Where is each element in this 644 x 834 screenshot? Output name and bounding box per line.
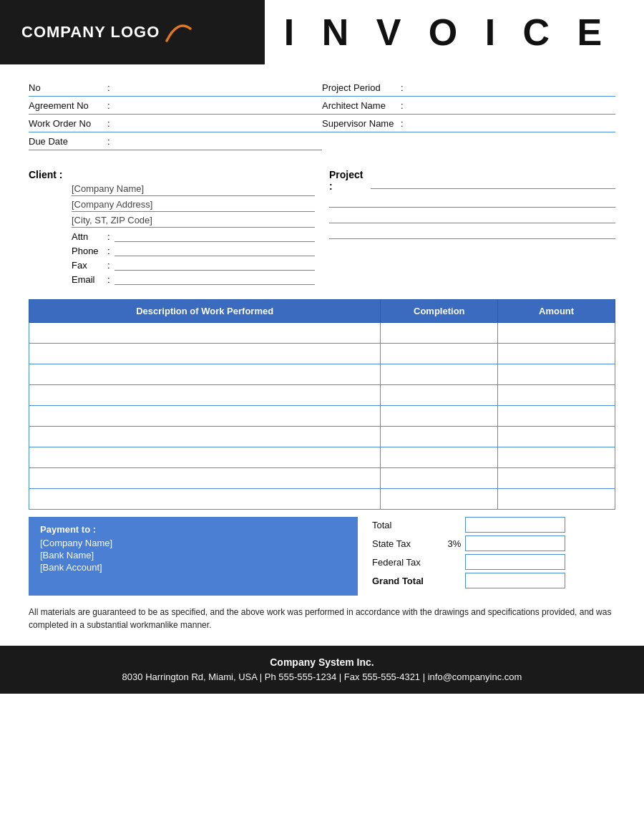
value-due-date [116, 135, 322, 147]
invoice-title-section: I N V O I C E [265, 0, 644, 64]
cell-description-5 [29, 427, 381, 447]
label-work-order-no: Work Order No [29, 118, 107, 129]
project-line-4 [329, 226, 615, 239]
client-company-name: [Company Name] [72, 183, 315, 196]
totals-block: Total State Tax 3% Federal Tax Grand Tot… [372, 517, 615, 591]
totals-row-federal-tax: Federal Tax [372, 554, 615, 570]
value-email [114, 273, 315, 285]
table-row [29, 323, 615, 344]
value-project-period [409, 82, 615, 93]
value-architect-name [409, 100, 615, 111]
table-row [29, 447, 615, 468]
state-tax-pct: 3% [444, 538, 465, 549]
cell-completion-4 [381, 406, 498, 427]
label-state-tax: State Tax [372, 538, 444, 549]
info-row-architect: Architect Name : [322, 97, 615, 115]
cell-description-7 [29, 468, 381, 489]
cell-description-4 [29, 406, 381, 427]
client-email-row: Email : [72, 273, 315, 285]
label-total: Total [372, 520, 444, 530]
table-header-row: Description of Work Performed Completion… [29, 300, 615, 323]
client-label: Client : [29, 169, 315, 180]
client-phone-row: Phone : [72, 245, 315, 256]
cell-amount-3 [498, 385, 615, 406]
cell-description-3 [29, 385, 381, 406]
value-total [465, 517, 565, 533]
client-company-address: [Company Address] [72, 199, 315, 212]
table-row [29, 364, 615, 385]
cell-description-0 [29, 323, 381, 344]
project-line-3 [329, 210, 615, 223]
payment-block: Payment to : [Company Name] [Bank Name] … [29, 517, 358, 596]
cell-completion-8 [381, 489, 498, 510]
col-header-completion: Completion [381, 300, 498, 323]
table-row [29, 427, 615, 447]
payment-company-name: [Company Name] [40, 538, 346, 548]
cell-amount-1 [498, 344, 615, 364]
info-row-supervisor: Supervisor Name : [322, 115, 615, 132]
table-row [29, 468, 615, 489]
project-label: Project : [329, 169, 615, 192]
info-row-workorder: Work Order No : [29, 115, 322, 132]
disclaimer-text: All materials are guaranteed to be as sp… [29, 606, 615, 631]
table-row [29, 489, 615, 510]
totals-row-grand-total: Grand Total [372, 573, 615, 588]
value-grand-total [465, 573, 565, 588]
label-email: Email [72, 274, 107, 285]
invoice-title: I N V O I C E [284, 11, 611, 54]
cell-completion-6 [381, 447, 498, 468]
work-table: Description of Work Performed Completion… [29, 299, 615, 510]
label-fax: Fax [72, 260, 107, 271]
payment-bank-account: [Bank Account] [40, 562, 346, 573]
page-header: COMPANY LOGO I N V O I C E [0, 0, 644, 64]
cell-amount-0 [498, 323, 615, 344]
cell-amount-6 [498, 447, 615, 468]
cell-completion-2 [381, 364, 498, 385]
client-block: Client : [Company Name] [Company Address… [29, 169, 315, 288]
client-fax-row: Fax : [72, 259, 315, 271]
cell-completion-0 [381, 323, 498, 344]
client-attn-row: Attn : [72, 231, 315, 242]
label-phone: Phone [72, 246, 107, 256]
client-project-section: Client : [Company Name] [Company Address… [0, 157, 644, 299]
logo-section: COMPANY LOGO [0, 0, 265, 64]
logo-arc-icon [163, 23, 192, 44]
project-line-2 [329, 195, 615, 208]
cell-completion-1 [381, 344, 498, 364]
info-row-project-period: Project Period : [322, 79, 615, 97]
info-row-duedate: Due Date : [29, 132, 322, 150]
cell-amount-4 [498, 406, 615, 427]
info-grid: No : Agreement No : Work Order No : Due … [29, 79, 615, 150]
info-row-no: No : [29, 79, 322, 97]
value-agreement-no [116, 100, 322, 111]
col-header-amount: Amount [498, 300, 615, 323]
value-supervisor-name [409, 117, 615, 129]
client-fields: [Company Name] [Company Address] [City, … [29, 183, 315, 285]
footer-section: Payment to : [Company Name] [Bank Name] … [29, 517, 615, 596]
logo-text: COMPANY LOGO [21, 23, 160, 42]
cell-completion-7 [381, 468, 498, 489]
table-row [29, 344, 615, 364]
info-left: No : Agreement No : Work Order No : Due … [29, 79, 322, 150]
cell-description-6 [29, 447, 381, 468]
info-row-right-empty [322, 132, 615, 150]
label-no: No [29, 82, 107, 93]
cell-amount-2 [498, 364, 615, 385]
cell-description-1 [29, 344, 381, 364]
label-attn: Attn [72, 231, 107, 242]
value-attn [114, 231, 315, 242]
cell-amount-5 [498, 427, 615, 447]
value-work-order-no [116, 117, 322, 129]
payment-bank-name: [Bank Name] [40, 550, 346, 561]
info-row-agreement: Agreement No : [29, 97, 322, 115]
footer-bar: Company System Inc. 8030 Harrington Rd, … [0, 646, 644, 694]
label-due-date: Due Date [29, 136, 107, 147]
col-header-description: Description of Work Performed [29, 300, 381, 323]
cell-description-8 [29, 489, 381, 510]
label-project-period: Project Period [322, 82, 401, 93]
totals-row-state-tax: State Tax 3% [372, 535, 615, 551]
cell-description-2 [29, 364, 381, 385]
value-fax [114, 259, 315, 271]
cell-amount-8 [498, 489, 615, 510]
footer-company-name: Company System Inc. [14, 654, 630, 670]
